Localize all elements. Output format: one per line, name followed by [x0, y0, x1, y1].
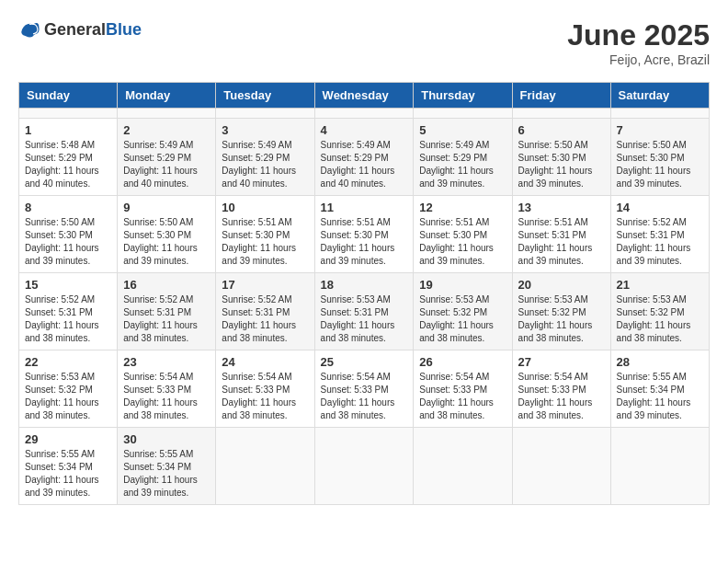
table-row: 1Sunrise: 5:48 AM Sunset: 5:29 PM Daylig… — [19, 119, 118, 196]
col-friday: Friday — [512, 83, 610, 109]
day-number: 25 — [321, 355, 408, 369]
table-row: 5Sunrise: 5:49 AM Sunset: 5:29 PM Daylig… — [414, 119, 512, 196]
table-row: 15Sunrise: 5:52 AM Sunset: 5:31 PM Dayli… — [19, 273, 118, 350]
table-row: 27Sunrise: 5:54 AM Sunset: 5:33 PM Dayli… — [512, 350, 610, 428]
day-number: 5 — [419, 123, 506, 137]
logo: GeneralBlue — [18, 18, 142, 40]
calendar-header-row: Sunday Monday Tuesday Wednesday Thursday… — [19, 83, 710, 109]
day-info: Sunrise: 5:53 AM Sunset: 5:32 PM Dayligh… — [518, 293, 605, 345]
col-wednesday: Wednesday — [314, 83, 414, 109]
day-info: Sunrise: 5:50 AM Sunset: 5:30 PM Dayligh… — [123, 216, 210, 268]
col-saturday: Saturday — [610, 83, 709, 109]
logo-blue: Blue — [106, 20, 142, 39]
table-row — [118, 109, 216, 119]
day-number: 8 — [25, 201, 111, 214]
day-info: Sunrise: 5:49 AM Sunset: 5:29 PM Dayligh… — [222, 139, 308, 190]
table-row: 24Sunrise: 5:54 AM Sunset: 5:33 PM Dayli… — [216, 350, 314, 428]
day-info: Sunrise: 5:54 AM Sunset: 5:33 PM Dayligh… — [123, 371, 210, 422]
table-row: 23Sunrise: 5:54 AM Sunset: 5:33 PM Dayli… — [118, 350, 216, 428]
day-number: 23 — [123, 355, 210, 369]
day-number: 3 — [222, 123, 308, 137]
calendar-week-row: 29Sunrise: 5:55 AM Sunset: 5:34 PM Dayli… — [19, 428, 710, 505]
table-row: 16Sunrise: 5:52 AM Sunset: 5:31 PM Dayli… — [118, 273, 216, 350]
day-info: Sunrise: 5:49 AM Sunset: 5:29 PM Dayligh… — [321, 139, 408, 190]
day-number: 18 — [321, 278, 408, 292]
day-info: Sunrise: 5:50 AM Sunset: 5:30 PM Dayligh… — [518, 139, 605, 190]
table-row: 22Sunrise: 5:53 AM Sunset: 5:32 PM Dayli… — [19, 350, 118, 428]
col-monday: Monday — [118, 83, 216, 109]
day-number: 9 — [123, 201, 210, 214]
table-row: 21Sunrise: 5:53 AM Sunset: 5:32 PM Dayli… — [610, 273, 709, 350]
day-number: 10 — [222, 201, 308, 214]
day-number: 26 — [419, 355, 506, 369]
logo-general: General — [44, 20, 106, 39]
day-info: Sunrise: 5:51 AM Sunset: 5:30 PM Dayligh… — [222, 216, 308, 268]
day-info: Sunrise: 5:49 AM Sunset: 5:29 PM Dayligh… — [123, 139, 210, 190]
table-row — [19, 109, 118, 119]
table-row: 6Sunrise: 5:50 AM Sunset: 5:30 PM Daylig… — [512, 119, 610, 196]
calendar-title: June 2025 — [567, 18, 710, 52]
table-row: 30Sunrise: 5:55 AM Sunset: 5:34 PM Dayli… — [118, 428, 216, 505]
day-info: Sunrise: 5:53 AM Sunset: 5:32 PM Dayligh… — [419, 293, 506, 345]
day-number: 1 — [25, 123, 111, 137]
table-row: 4Sunrise: 5:49 AM Sunset: 5:29 PM Daylig… — [314, 119, 414, 196]
day-info: Sunrise: 5:51 AM Sunset: 5:30 PM Dayligh… — [321, 216, 408, 268]
day-number: 14 — [617, 201, 703, 214]
day-number: 29 — [25, 432, 111, 446]
table-row: 11Sunrise: 5:51 AM Sunset: 5:30 PM Dayli… — [314, 196, 414, 273]
table-row: 14Sunrise: 5:52 AM Sunset: 5:31 PM Dayli… — [610, 196, 709, 273]
table-row — [512, 428, 610, 505]
day-info: Sunrise: 5:54 AM Sunset: 5:33 PM Dayligh… — [321, 371, 408, 422]
day-number: 28 — [617, 355, 703, 369]
day-info: Sunrise: 5:54 AM Sunset: 5:33 PM Dayligh… — [222, 371, 308, 422]
day-number: 21 — [617, 278, 703, 292]
col-tuesday: Tuesday — [216, 83, 314, 109]
day-number: 4 — [321, 123, 408, 137]
day-info: Sunrise: 5:50 AM Sunset: 5:30 PM Dayligh… — [617, 139, 703, 190]
table-row — [216, 428, 314, 505]
day-number: 7 — [617, 123, 703, 137]
table-row — [414, 109, 512, 119]
logo-icon — [18, 18, 40, 40]
table-row: 26Sunrise: 5:54 AM Sunset: 5:33 PM Dayli… — [414, 350, 512, 428]
day-number: 16 — [123, 278, 210, 292]
day-info: Sunrise: 5:52 AM Sunset: 5:31 PM Dayligh… — [123, 293, 210, 345]
day-number: 19 — [419, 278, 506, 292]
table-row: 28Sunrise: 5:55 AM Sunset: 5:34 PM Dayli… — [610, 350, 709, 428]
table-row — [216, 109, 314, 119]
title-block: June 2025 Feijo, Acre, Brazil — [567, 18, 710, 67]
calendar-week-row: 1Sunrise: 5:48 AM Sunset: 5:29 PM Daylig… — [19, 119, 710, 196]
day-info: Sunrise: 5:52 AM Sunset: 5:31 PM Dayligh… — [222, 293, 308, 345]
day-info: Sunrise: 5:49 AM Sunset: 5:29 PM Dayligh… — [419, 139, 506, 190]
table-row: 18Sunrise: 5:53 AM Sunset: 5:31 PM Dayli… — [314, 273, 414, 350]
day-info: Sunrise: 5:55 AM Sunset: 5:34 PM Dayligh… — [123, 448, 210, 500]
day-number: 20 — [518, 278, 605, 292]
table-row: 2Sunrise: 5:49 AM Sunset: 5:29 PM Daylig… — [118, 119, 216, 196]
table-row: 13Sunrise: 5:51 AM Sunset: 5:31 PM Dayli… — [512, 196, 610, 273]
table-row — [414, 428, 512, 505]
table-row: 29Sunrise: 5:55 AM Sunset: 5:34 PM Dayli… — [19, 428, 118, 505]
day-number: 30 — [123, 432, 210, 446]
col-sunday: Sunday — [19, 83, 118, 109]
day-info: Sunrise: 5:50 AM Sunset: 5:30 PM Dayligh… — [25, 216, 111, 268]
calendar-week-row — [19, 109, 710, 119]
table-row: 12Sunrise: 5:51 AM Sunset: 5:30 PM Dayli… — [414, 196, 512, 273]
day-info: Sunrise: 5:53 AM Sunset: 5:32 PM Dayligh… — [25, 371, 111, 422]
day-number: 17 — [222, 278, 308, 292]
table-row: 3Sunrise: 5:49 AM Sunset: 5:29 PM Daylig… — [216, 119, 314, 196]
day-info: Sunrise: 5:52 AM Sunset: 5:31 PM Dayligh… — [25, 293, 111, 345]
calendar-week-row: 22Sunrise: 5:53 AM Sunset: 5:32 PM Dayli… — [19, 350, 710, 428]
day-number: 13 — [518, 201, 605, 214]
day-number: 12 — [419, 201, 506, 214]
table-row: 19Sunrise: 5:53 AM Sunset: 5:32 PM Dayli… — [414, 273, 512, 350]
table-row: 7Sunrise: 5:50 AM Sunset: 5:30 PM Daylig… — [610, 119, 709, 196]
day-info: Sunrise: 5:53 AM Sunset: 5:31 PM Dayligh… — [321, 293, 408, 345]
page-header: GeneralBlue June 2025 Feijo, Acre, Brazi… — [18, 18, 710, 67]
table-row — [314, 109, 414, 119]
day-number: 6 — [518, 123, 605, 137]
day-number: 24 — [222, 355, 308, 369]
calendar-location: Feijo, Acre, Brazil — [567, 52, 710, 67]
day-number: 27 — [518, 355, 605, 369]
table-row: 20Sunrise: 5:53 AM Sunset: 5:32 PM Dayli… — [512, 273, 610, 350]
day-info: Sunrise: 5:52 AM Sunset: 5:31 PM Dayligh… — [617, 216, 703, 268]
